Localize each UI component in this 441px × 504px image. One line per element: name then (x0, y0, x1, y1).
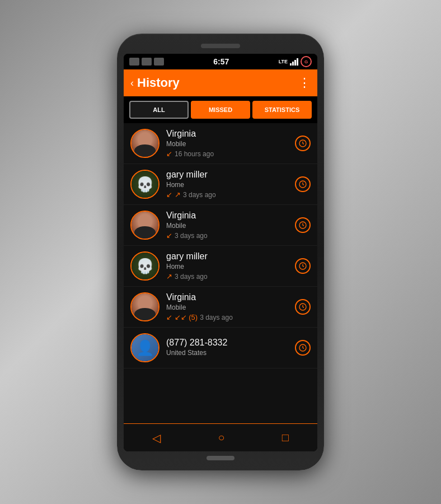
call-item[interactable]: 👤 (877) 281-8332 United States (124, 328, 317, 368)
call-list: Virginia Mobile ↙ 16 hours ago (124, 123, 317, 423)
call-meta: ↙ 16 hours ago (166, 150, 295, 158)
call-info: gary miller Home ↙ ↗ 3 days ago (159, 170, 295, 199)
bottom-nav: ◁ ○ □ (124, 423, 317, 451)
avatar-image: 💀 (132, 171, 158, 198)
battery-icon: G (301, 56, 312, 67)
call-meta: ↗ 3 days ago (166, 272, 295, 281)
more-menu-button[interactable]: ⋮ (298, 76, 311, 90)
icon-1 (129, 58, 139, 66)
bar2 (292, 62, 294, 66)
avatar-image (132, 130, 158, 157)
avatar-image (132, 212, 158, 239)
contact-name: (877) 281-8332 (166, 338, 295, 348)
speaker (201, 44, 240, 48)
call-direction-icon2: ↗ (175, 190, 181, 199)
call-meta: ↙ ↙↙ (5) 3 days ago (166, 313, 295, 321)
call-history-button[interactable] (295, 340, 311, 356)
contact-name: Virginia (166, 292, 295, 302)
icon-2 (142, 58, 152, 66)
call-info: Virginia Mobile ↙ ↙↙ (5) 3 days ago (159, 292, 295, 321)
home-button-bar (207, 456, 234, 460)
call-time: 3 days ago (183, 191, 216, 199)
call-type: Mobile (166, 140, 295, 148)
tab-statistics[interactable]: STATISTICS (252, 101, 312, 119)
call-info: (877) 281-8332 United States (159, 338, 295, 358)
status-bar: 6:57 LTE G (124, 54, 317, 69)
recent-nav-button[interactable]: □ (282, 431, 289, 444)
status-time: 6:57 (164, 57, 279, 66)
contact-name: Virginia (166, 211, 295, 221)
lte-label: LTE (279, 59, 288, 64)
bar4 (297, 58, 298, 66)
tab-all[interactable]: ALL (129, 101, 189, 119)
avatar (130, 129, 159, 158)
call-item[interactable]: Virginia Mobile ↙ ↙↙ (5) 3 days ago (124, 287, 317, 328)
tab-missed[interactable]: MISSED (191, 101, 250, 119)
call-type: Mobile (166, 304, 295, 311)
tabs-bar: ALL MISSED STATISTICS (124, 96, 317, 123)
call-direction-icon: ↗ (166, 272, 172, 281)
status-icons (129, 58, 164, 66)
call-time: 16 hours ago (175, 150, 214, 158)
avatar: 💀 (130, 251, 159, 281)
avatar-image (132, 293, 158, 320)
call-type: Home (166, 263, 295, 270)
call-history-button[interactable] (295, 176, 311, 192)
call-item[interactable]: 💀 gary miller Home ↗ 3 days ago (124, 246, 317, 287)
contact-name: Virginia (166, 129, 295, 139)
bar1 (290, 63, 292, 66)
call-direction-icon: ↙ ↙↙ (5) (166, 313, 198, 321)
call-direction-icon: ↙ (166, 150, 172, 158)
phone-screen: 6:57 LTE G ‹ History ⋮ ALL MISSED STATIS (124, 54, 317, 451)
call-time: 3 days ago (175, 232, 208, 240)
call-type: Mobile (166, 222, 295, 230)
avatar-image: 👤 (132, 334, 158, 361)
home-nav-button[interactable]: ○ (218, 431, 224, 444)
call-info: Virginia Mobile ↙ 3 days ago (159, 211, 295, 240)
call-direction-icon: ↙ (166, 231, 172, 240)
call-history-button[interactable] (295, 299, 311, 315)
call-type: United States (166, 349, 295, 357)
icon-3 (154, 58, 164, 66)
call-info: Virginia Mobile ↙ 16 hours ago (159, 129, 295, 158)
avatar (130, 211, 159, 240)
phone-device: 6:57 LTE G ‹ History ⋮ ALL MISSED STATIS (117, 34, 324, 470)
call-time: 3 days ago (175, 273, 208, 281)
contact-name: gary miller (166, 170, 295, 180)
avatar-image: 💀 (132, 253, 158, 279)
contact-name: gary miller (166, 251, 295, 262)
call-type: Home (166, 181, 295, 189)
call-item[interactable]: 💀 gary miller Home ↙ ↗ 3 days ago (124, 164, 317, 205)
call-item[interactable]: Virginia Mobile ↙ 3 days ago (124, 205, 317, 246)
call-history-button[interactable] (295, 136, 311, 151)
back-nav-button[interactable]: ◁ (152, 431, 161, 445)
avatar (130, 292, 159, 321)
back-button[interactable]: ‹ (130, 77, 134, 89)
call-item[interactable]: Virginia Mobile ↙ 16 hours ago (124, 123, 317, 164)
app-header: ‹ History ⋮ (124, 69, 317, 96)
call-history-button[interactable] (295, 258, 311, 274)
call-info: gary miller Home ↗ 3 days ago (159, 251, 295, 281)
bar3 (294, 60, 296, 66)
call-history-button[interactable] (295, 217, 311, 233)
page-title: History (137, 76, 298, 90)
call-meta: ↙ 3 days ago (166, 231, 295, 240)
signal-bars (290, 58, 298, 66)
call-meta: ↙ ↗ 3 days ago (166, 190, 295, 199)
avatar: 👤 (130, 333, 159, 362)
status-right: LTE G (279, 56, 312, 67)
call-time: 3 days ago (200, 314, 233, 321)
avatar: 💀 (130, 170, 159, 199)
call-direction-icon: ↙ (166, 190, 172, 199)
